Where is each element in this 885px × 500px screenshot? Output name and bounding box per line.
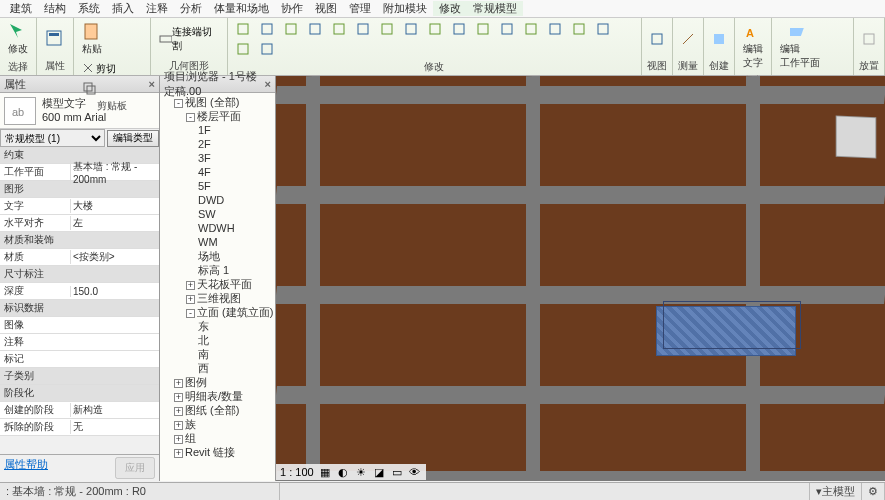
- menu-9[interactable]: 管理: [343, 1, 377, 16]
- prop-group-子类别[interactable]: 子类别: [0, 368, 159, 385]
- tree-item[interactable]: DWD: [198, 193, 273, 207]
- menu-3[interactable]: 插入: [106, 1, 140, 16]
- tree-item[interactable]: +Revit 链接: [174, 445, 273, 459]
- edit-workplane-button[interactable]: 编辑 工作平面: [776, 20, 824, 72]
- tree-item[interactable]: +组: [174, 431, 273, 445]
- modify-tool-13[interactable]: [544, 20, 566, 38]
- menu-10[interactable]: 附加模块: [377, 1, 433, 16]
- tree-item[interactable]: 南: [198, 347, 273, 361]
- tree-item[interactable]: SW: [198, 207, 273, 221]
- menu-2[interactable]: 系统: [72, 1, 106, 16]
- modify-tool-6[interactable]: [376, 20, 398, 38]
- menu-8[interactable]: 视图: [309, 1, 343, 16]
- tree-item[interactable]: +明细表/数量: [174, 389, 273, 403]
- modify-tool-2[interactable]: [280, 20, 302, 38]
- modify-tool-14[interactable]: [568, 20, 590, 38]
- tree-item[interactable]: 西: [198, 361, 273, 375]
- close-icon[interactable]: ×: [265, 78, 271, 90]
- tree-item[interactable]: +图例: [174, 375, 273, 389]
- tree-item[interactable]: +三维视图: [186, 291, 273, 305]
- modify-tool-17[interactable]: [256, 40, 278, 58]
- modify-tool-9[interactable]: [448, 20, 470, 38]
- modify-tool-3[interactable]: [304, 20, 326, 38]
- tree-item[interactable]: WM: [198, 235, 273, 249]
- status-icon[interactable]: ⚙: [862, 483, 885, 500]
- prop-row[interactable]: 材质<按类别>: [0, 249, 159, 266]
- modify-tool-15[interactable]: [592, 20, 614, 38]
- viewcube[interactable]: [836, 115, 877, 158]
- tree-item[interactable]: 标高 1: [198, 263, 273, 277]
- place-tool[interactable]: [858, 30, 880, 48]
- prop-row[interactable]: 图像: [0, 317, 159, 334]
- prop-group-标识数据[interactable]: 标识数据: [0, 300, 159, 317]
- modify-tool-16[interactable]: [232, 40, 254, 58]
- apply-button[interactable]: 应用: [115, 457, 155, 479]
- modify-tool-1[interactable]: [256, 20, 278, 38]
- visual-style-icon[interactable]: ◐: [336, 465, 350, 479]
- modify-tool-7[interactable]: [400, 20, 422, 38]
- close-icon[interactable]: ×: [149, 78, 155, 90]
- tree-item[interactable]: WDWH: [198, 221, 273, 235]
- tree-item[interactable]: +图纸 (全部): [174, 403, 273, 417]
- menu-0[interactable]: 建筑: [4, 1, 38, 16]
- prop-group-材质和装饰[interactable]: 材质和装饰: [0, 232, 159, 249]
- modify-button[interactable]: 修改: [4, 20, 32, 58]
- create-tool[interactable]: [708, 30, 730, 48]
- scale-display[interactable]: 1 : 100: [280, 466, 314, 478]
- modify-tool-4[interactable]: [328, 20, 350, 38]
- project-tree[interactable]: -视图 (全部)-楼层平面1F2F3F4F5FDWDSWWDWHWM场地标高 1…: [160, 93, 275, 481]
- modify-tool-12[interactable]: [520, 20, 542, 38]
- cope-button[interactable]: 连接端切割: [155, 23, 223, 55]
- menu-5[interactable]: 分析: [174, 1, 208, 16]
- menu-7[interactable]: 协作: [275, 1, 309, 16]
- status-model[interactable]: ▾ 主模型: [810, 483, 862, 500]
- prop-row[interactable]: 拆除的阶段无: [0, 419, 159, 436]
- crop-icon[interactable]: ▭: [390, 465, 404, 479]
- tree-item[interactable]: 北: [198, 333, 273, 347]
- tree-item[interactable]: 场地: [198, 249, 273, 263]
- shadow-icon[interactable]: ◪: [372, 465, 386, 479]
- prop-group-阶段化[interactable]: 阶段化: [0, 385, 159, 402]
- sun-icon[interactable]: ☀: [354, 465, 368, 479]
- menu-6[interactable]: 体量和场地: [208, 1, 275, 16]
- copy-button[interactable]: [78, 79, 120, 97]
- tree-item[interactable]: 2F: [198, 137, 273, 151]
- tree-item[interactable]: +族: [174, 417, 273, 431]
- hide-icon[interactable]: 👁: [408, 465, 422, 479]
- edit-text-button[interactable]: A编辑 文字: [739, 20, 767, 72]
- prop-row[interactable]: 水平对齐左: [0, 215, 159, 232]
- modify-tool-5[interactable]: [352, 20, 374, 38]
- cut-button[interactable]: 剪切: [78, 60, 120, 78]
- prop-row[interactable]: 创建的阶段新构造: [0, 402, 159, 419]
- prop-row[interactable]: 工作平面基本墙 : 常规 - 200mm: [0, 164, 159, 181]
- category-select[interactable]: 常规模型 (1): [0, 129, 105, 147]
- properties-help-link[interactable]: 属性帮助: [4, 457, 48, 479]
- selected-model-text[interactable]: [656, 306, 796, 356]
- prop-row[interactable]: 深度150.0: [0, 283, 159, 300]
- tree-item[interactable]: 东: [198, 319, 273, 333]
- tree-item[interactable]: 1F: [198, 123, 273, 137]
- tree-item[interactable]: 5F: [198, 179, 273, 193]
- tree-item[interactable]: +天花板平面: [186, 277, 273, 291]
- measure-tool[interactable]: [677, 30, 699, 48]
- paste-button[interactable]: 粘贴: [78, 20, 106, 58]
- modify-tool-0[interactable]: [232, 20, 254, 38]
- tree-item[interactable]: 3F: [198, 151, 273, 165]
- prop-row[interactable]: 标记: [0, 351, 159, 368]
- modify-tool-8[interactable]: [424, 20, 446, 38]
- prop-group-图形[interactable]: 图形: [0, 181, 159, 198]
- menu-1[interactable]: 结构: [38, 1, 72, 16]
- prop-row[interactable]: 注释: [0, 334, 159, 351]
- menu-12[interactable]: 常规模型: [467, 1, 523, 16]
- modify-tool-10[interactable]: [472, 20, 494, 38]
- properties-button[interactable]: [41, 27, 69, 51]
- view-tool[interactable]: [646, 30, 668, 48]
- detail-level-icon[interactable]: ▦: [318, 465, 332, 479]
- menu-11[interactable]: 修改: [433, 1, 467, 16]
- prop-row[interactable]: 文字大楼: [0, 198, 159, 215]
- edit-type-button[interactable]: 编辑类型: [107, 130, 159, 147]
- 3d-viewport[interactable]: 1 : 100 ▦ ◐ ☀ ◪ ▭ 👁: [276, 76, 885, 481]
- menu-4[interactable]: 注释: [140, 1, 174, 16]
- tree-item[interactable]: 4F: [198, 165, 273, 179]
- modify-tool-11[interactable]: [496, 20, 518, 38]
